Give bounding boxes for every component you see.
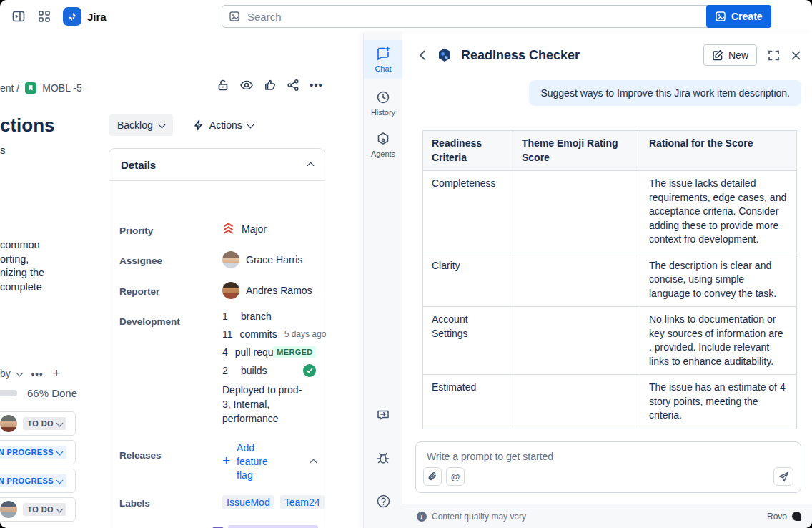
issue-action-icons: ••• (217, 79, 323, 92)
child-item-card[interactable]: TO DO (0, 497, 76, 522)
more-actions-icon[interactable]: ••• (310, 79, 323, 92)
score-cell (513, 307, 640, 375)
priority-major-icon (222, 223, 234, 235)
jira-window: Jira Create ent / (0, 0, 812, 528)
global-search[interactable] (222, 5, 713, 28)
add-feature-flag-link[interactable]: Add feature flag (237, 441, 282, 482)
actions-dropdown[interactable]: Actions (189, 119, 257, 132)
status-badge[interactable]: IN PROGRESS (0, 446, 66, 459)
priority-value[interactable]: Major (222, 223, 267, 235)
child-item-card[interactable]: IN PROGRESS (0, 469, 76, 493)
assignee-value[interactable]: Grace Harris (222, 251, 302, 268)
watch-icon[interactable] (239, 79, 254, 92)
label-chip[interactable]: IssueMod (222, 495, 274, 509)
create-button[interactable]: Create (706, 5, 771, 28)
rovo-header: Readiness Checker New (417, 41, 801, 69)
rovo-chat-panel: Chat History Agents (363, 33, 812, 528)
app-name: Jira (87, 11, 107, 23)
dev-branches[interactable]: 1branch (222, 311, 316, 322)
column-header: Rational for the Score (640, 131, 797, 171)
story-type-icon (25, 82, 36, 94)
close-icon[interactable] (791, 50, 801, 61)
dev-pull-requests[interactable]: 4pull reque MERGED (222, 346, 316, 358)
attach-button[interactable] (423, 467, 442, 486)
chevron-down-icon (247, 121, 254, 128)
top-navigation-bar: Jira Create (0, 0, 812, 34)
details-title: Details (121, 159, 156, 171)
history-icon (376, 90, 390, 104)
more-icon[interactable]: ••• (31, 368, 44, 379)
add-icon: + (222, 453, 230, 469)
releases-label: Releases (119, 450, 162, 461)
labels-label: Labels (119, 498, 150, 509)
assignee-label: Assignee (119, 255, 162, 266)
child-item-card[interactable]: TO DO (0, 411, 76, 436)
chat-icon (376, 46, 391, 61)
send-button[interactable] (773, 467, 793, 486)
dev-commits[interactable]: 11commits 5 days ago (222, 328, 316, 340)
tab-chat[interactable]: Chat (364, 40, 402, 79)
panel-title: Readiness Checker (461, 48, 695, 63)
panel-footer: i Content quality may vary Rovo (402, 504, 812, 528)
chevron-up-icon[interactable] (310, 459, 317, 466)
agent-avatar-icon (437, 47, 452, 63)
issue-subtitle-fragment: s (0, 144, 6, 156)
group-by-row: by ••• + (0, 366, 61, 381)
bug-icon[interactable] (376, 451, 390, 465)
child-item-card[interactable]: IN PROGRESS (0, 440, 76, 464)
chevron-down-icon (158, 121, 165, 128)
details-panel: Details Priority Major Assignee Grace H (109, 148, 325, 528)
build-success-icon (303, 364, 316, 377)
development-value: 1branch 11commits 5 days ago 4pull reque… (222, 311, 316, 426)
parent-link-value[interactable]: IssueMod Team24 (212, 525, 318, 528)
dev-builds[interactable]: 2builds (222, 364, 316, 377)
score-cell (513, 253, 640, 307)
tab-agents[interactable]: Agents (364, 126, 402, 164)
search-icon (229, 11, 240, 22)
rationale-cell: No links to documentation or key sources… (640, 307, 797, 375)
help-icon[interactable] (376, 494, 391, 509)
expand-icon[interactable] (768, 49, 780, 62)
merged-badge: MERGED (273, 346, 316, 358)
search-input[interactable] (246, 10, 706, 24)
rationale-cell: The issue lacks detailed requirements, e… (640, 171, 797, 253)
mention-button[interactable]: @ (446, 467, 465, 486)
status-dropdown[interactable]: Backlog (109, 114, 173, 136)
dev-commit-time: 5 days ago (284, 329, 327, 339)
agents-icon (376, 132, 390, 146)
avatar (222, 282, 239, 299)
prompt-input[interactable] (425, 450, 792, 463)
label-chip[interactable]: Team24 (280, 495, 325, 509)
group-by-dropdown[interactable]: by (0, 368, 22, 379)
app-switcher-icon[interactable] (38, 10, 51, 23)
status-badge[interactable]: TO DO (23, 417, 66, 430)
jira-logo[interactable]: Jira (63, 7, 107, 26)
sidebar-toggle-icon[interactable] (11, 9, 26, 24)
rovo-content: Readiness Checker New (402, 33, 812, 528)
back-icon[interactable] (417, 49, 428, 61)
criteria-cell: Account Settings (423, 307, 513, 375)
table-row: Estimated The issue has an estimate of 4… (423, 375, 797, 429)
like-icon[interactable] (264, 79, 277, 92)
share-icon[interactable] (287, 79, 299, 92)
unlock-icon[interactable] (217, 79, 229, 92)
feedback-icon[interactable] (376, 408, 390, 422)
add-child-icon[interactable]: + (52, 366, 60, 381)
column-header: Theme Emoji Rating Score (513, 131, 640, 171)
criteria-cell: Estimated (423, 375, 513, 429)
avatar (222, 251, 239, 268)
details-header[interactable]: Details (109, 149, 325, 181)
description-fragments: common orting, nizing the complete (0, 238, 44, 294)
column-header: Readiness Criteria (423, 131, 513, 171)
tab-history[interactable]: History (364, 84, 402, 122)
status-badge[interactable]: IN PROGRESS (0, 474, 66, 487)
breadcrumb[interactable]: ent / MOBL -5 (0, 82, 82, 94)
labels-value: IssueMod Team24 (222, 495, 325, 509)
issue-key[interactable]: MOBL -5 (42, 82, 82, 94)
lightning-icon (193, 119, 204, 131)
new-chat-button[interactable]: New (703, 44, 757, 66)
progress-bar (0, 390, 17, 396)
rovo-logo-icon (792, 512, 801, 521)
reporter-value[interactable]: Andres Ramos (222, 282, 312, 299)
status-badge[interactable]: TO DO (23, 503, 66, 516)
